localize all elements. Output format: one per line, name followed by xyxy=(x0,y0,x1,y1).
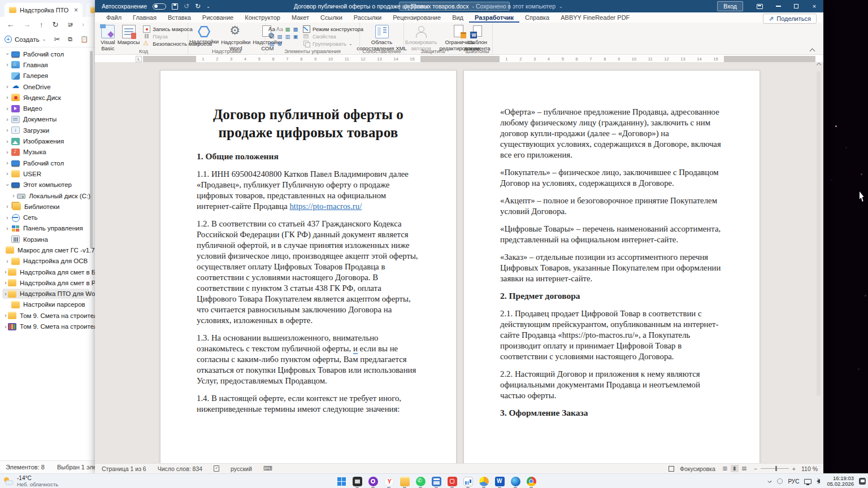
back-icon[interactable]: ← xyxy=(7,20,14,29)
control-icon[interactable]: ▩ xyxy=(292,25,300,33)
address-pc-icon[interactable]: 🖳 xyxy=(67,21,73,28)
web-layout-button[interactable]: ▤ xyxy=(740,465,748,472)
design-mode-button[interactable]: Режим конструктора xyxy=(303,25,363,33)
save-icon[interactable] xyxy=(172,3,178,10)
chevron-icon[interactable] xyxy=(5,182,10,188)
word-addins-button[interactable]: Надстройки Word xyxy=(220,24,251,47)
ribbon-tab[interactable]: ABBYY FineReader PDF xyxy=(555,13,635,23)
explorer-sidebar-item[interactable]: Изображения xyxy=(0,136,90,146)
focus-mode-label[interactable]: Фокусировка xyxy=(680,465,715,472)
new-button[interactable]: + Создать ⌄ xyxy=(5,36,46,43)
explorer-sidebar-item[interactable]: Галерея xyxy=(0,71,90,81)
chevron-icon[interactable] xyxy=(5,62,10,68)
hyperlink[interactable]: https://pto-macros.ru/ xyxy=(289,202,362,211)
language-switcher[interactable]: РУС xyxy=(788,478,799,485)
explorer-sidebar-item[interactable]: Рабочий стол xyxy=(0,49,90,59)
control-icon[interactable]: ▣ xyxy=(292,33,300,40)
refresh-icon[interactable]: ↻ xyxy=(53,20,59,29)
explorer-sidebar-item[interactable]: Этот компьютер xyxy=(0,180,90,190)
word-count[interactable]: Число слов: 834 xyxy=(158,465,202,472)
word-app[interactable] xyxy=(494,474,505,488)
chevron-icon[interactable] xyxy=(5,149,10,155)
explorer-sidebar-item[interactable]: OneDrive xyxy=(0,81,90,92)
control-icon[interactable]: ▨ xyxy=(268,40,276,47)
control-icon[interactable]: ⊞ xyxy=(276,40,284,47)
explorer-sidebar-item[interactable]: Надстройка для смет в РИМ ГС и П xyxy=(0,277,90,288)
explorer-sidebar-item[interactable]: Сеть xyxy=(0,212,90,223)
ribbon-tab[interactable]: Ссылки xyxy=(315,13,348,23)
explorer-scrollbar[interactable] xyxy=(90,51,93,249)
focus-mode-icon[interactable] xyxy=(669,466,674,472)
explorer-sidebar-item[interactable]: Том 9. Смета на строительство.rar xyxy=(0,321,90,332)
control-icon[interactable]: Aa xyxy=(268,25,276,33)
ribbon-tab[interactable]: Вид xyxy=(446,13,469,23)
explorer-sidebar-item[interactable]: Библиотеки xyxy=(0,201,90,212)
print-layout-button[interactable]: ▮ xyxy=(731,465,739,472)
search-box[interactable]: Поиск xyxy=(399,2,510,11)
macros-button[interactable]: Макросы xyxy=(116,24,141,47)
explorer-sidebar-item[interactable]: Надстройка для ОСВ xyxy=(0,256,90,267)
zoom-level[interactable]: 110 % xyxy=(801,465,818,472)
task-manager[interactable] xyxy=(462,474,474,488)
explorer-sidebar-item[interactable]: Загрузки xyxy=(0,125,90,136)
language-indicator[interactable]: русский xyxy=(231,465,252,472)
sign-in-button[interactable]: Вход xyxy=(717,1,743,11)
document-canvas[interactable]: Договор публичной оферты о продаже цифро… xyxy=(95,62,823,463)
chevron-icon[interactable] xyxy=(5,94,10,101)
chevron-icon[interactable] xyxy=(5,312,7,319)
ribbon-tab[interactable]: Файл xyxy=(101,13,127,23)
close-button[interactable]: × xyxy=(805,0,823,12)
chevron-icon[interactable] xyxy=(11,193,16,199)
addins-button[interactable]: Надстройки xyxy=(188,24,220,47)
whatsapp[interactable] xyxy=(415,474,426,488)
recorder-app[interactable] xyxy=(446,474,458,488)
explorer-sidebar-item[interactable]: Настройки парсеров xyxy=(0,299,90,310)
explorer-sidebar-item[interactable]: Видео xyxy=(0,103,90,114)
chevron-icon[interactable] xyxy=(5,116,10,123)
zoom-in-button[interactable]: + xyxy=(792,465,796,472)
document-page-2[interactable]: «Оферта» – публичное предложение Продавц… xyxy=(463,70,760,463)
chevron-icon[interactable] xyxy=(5,324,7,330)
weather-widget[interactable]: -14°C Неб. облачность xyxy=(3,475,58,487)
ribbon-tab[interactable]: Главная xyxy=(127,13,162,23)
chevron-icon[interactable] xyxy=(5,160,10,166)
cut-icon[interactable]: ✂ xyxy=(54,35,60,43)
chevron-icon[interactable] xyxy=(5,280,7,286)
ribbon-tab[interactable]: Рисование xyxy=(197,13,239,23)
chevron-icon[interactable] xyxy=(5,84,10,90)
volume-icon[interactable] xyxy=(817,479,820,483)
quick-access-chevron-icon[interactable]: ⌄ xyxy=(206,4,210,9)
collapse-ribbon-icon[interactable] xyxy=(810,49,815,52)
start-button[interactable] xyxy=(336,474,347,488)
notification-icon[interactable] xyxy=(859,478,866,485)
explorer-sidebar-item[interactable]: Надстройка ПТО для Word xyxy=(0,289,90,299)
copy-icon[interactable]: ⧉ xyxy=(68,36,72,43)
controls-grid[interactable]: AaAa▦▩☑▤▥▣▨⊞ xyxy=(266,24,300,47)
ribbon-tab[interactable]: Рецензирование xyxy=(387,13,446,23)
scroll-up-icon[interactable] xyxy=(817,63,821,67)
keyboard-icon[interactable]: ⌨ xyxy=(263,465,272,472)
explorer-sidebar-item[interactable]: Надстройка для смет в БИМ ГС -v2 xyxy=(0,267,90,277)
pie-chart-app[interactable] xyxy=(478,474,489,488)
purple-circle-app[interactable] xyxy=(367,474,379,488)
explorer-sidebar-item[interactable]: Главная xyxy=(0,59,90,70)
ribbon-display-options-button[interactable] xyxy=(751,0,769,12)
chevron-icon[interactable] xyxy=(5,106,10,112)
minimize-button[interactable] xyxy=(769,0,787,12)
file-explorer[interactable] xyxy=(399,474,410,488)
explorer-sidebar-item[interactable]: Корзина xyxy=(0,234,90,245)
page-indicator[interactable]: Страница 1 из 6 xyxy=(102,465,146,472)
chevron-icon[interactable] xyxy=(5,171,10,177)
explorer-sidebar-item[interactable]: Рабочий стол xyxy=(0,158,90,168)
explorer-sidebar-item[interactable]: Яндекс.Диск xyxy=(0,92,90,103)
explorer-sidebar-item[interactable]: Панель управления xyxy=(0,223,90,234)
up-icon[interactable]: ↑ xyxy=(40,20,44,29)
scrollbar-thumb[interactable] xyxy=(817,71,821,396)
control-icon[interactable]: ▦ xyxy=(284,25,292,33)
xml-mapping-pane-button[interactable]: Область сопоставления XML xyxy=(355,24,407,47)
zoom-slider[interactable] xyxy=(761,468,789,469)
tray-app-icon[interactable] xyxy=(777,478,783,484)
ribbon-tab[interactable]: Вставка xyxy=(162,13,197,23)
chevron-icon[interactable] xyxy=(5,127,10,133)
maximize-button[interactable] xyxy=(787,0,805,12)
